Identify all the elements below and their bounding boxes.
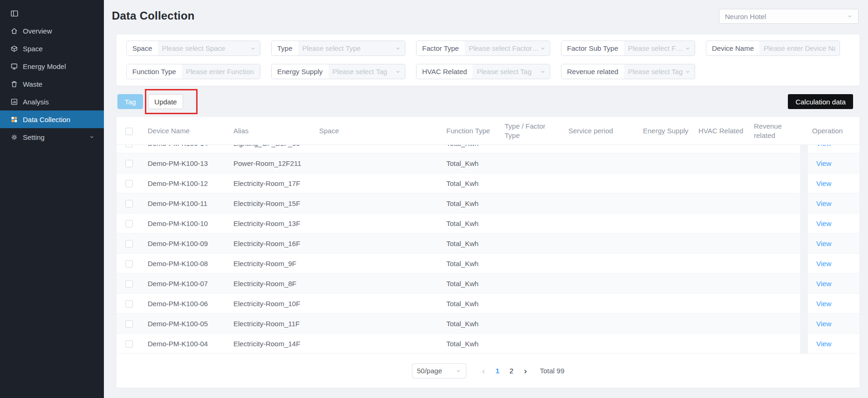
sidebar-menu: Overview Space Energy — [0, 22, 104, 146]
view-link[interactable]: View — [816, 159, 831, 167]
cell-alias: Electricity-Room_11F — [227, 320, 313, 328]
column-header-alias: Alias — [227, 126, 313, 136]
scrollbar-gutter — [800, 193, 808, 213]
row-checkbox[interactable] — [125, 145, 133, 147]
data-collection-icon — [10, 116, 18, 124]
view-link[interactable]: View — [816, 260, 831, 268]
type-select[interactable]: Please select Type — [298, 41, 405, 55]
tag-button[interactable]: Tag — [117, 94, 143, 109]
filter-factor-type: Factor Type Please select Factor… — [416, 41, 550, 56]
filter-type: Type Please select Type — [271, 41, 405, 56]
row-checkbox[interactable] — [125, 320, 133, 328]
page-title: Data Collection — [112, 9, 195, 22]
view-link[interactable]: View — [816, 280, 831, 288]
select-all-checkbox[interactable] — [125, 128, 133, 135]
cell-device-name: Demo-PM-K100-06 — [141, 300, 227, 308]
view-link[interactable]: View — [816, 199, 831, 207]
space-select[interactable]: Please select Space — [158, 41, 260, 55]
function-type-input[interactable] — [186, 68, 256, 75]
view-link[interactable]: View — [816, 240, 831, 247]
view-link[interactable]: View — [816, 145, 831, 147]
table-row: Demo-PM-K100-14 Lighting_GF_B1F_60 Total… — [116, 145, 860, 153]
sidebar-item-waste[interactable]: Waste — [0, 75, 104, 93]
row-checkbox[interactable] — [125, 220, 133, 227]
view-link[interactable]: View — [816, 320, 831, 328]
energy-supply-select[interactable]: Please select Tag — [328, 64, 405, 79]
space-icon — [10, 45, 18, 53]
factor-sub-type-select[interactable]: Please select F… — [624, 41, 695, 55]
cell-device-name: Demo-PM-K100-10 — [141, 220, 227, 227]
revenue-related-select[interactable]: Please select Tag — [624, 64, 695, 79]
filter-factor-sub-type: Factor Sub Type Please select F… — [561, 41, 695, 56]
cell-function-type: Total_Kwh — [440, 159, 498, 167]
analysis-icon — [10, 98, 18, 106]
cell-device-name: Demo-PM-K100-11 — [141, 199, 227, 207]
collapse-menu-icon[interactable] — [10, 9, 104, 18]
scrollbar-gutter — [800, 213, 808, 233]
sidebar-item-energy-model[interactable]: Energy Model — [0, 57, 104, 75]
page-button-2[interactable]: 2 — [505, 364, 519, 378]
row-checkbox[interactable] — [125, 180, 133, 187]
row-checkbox[interactable] — [125, 300, 133, 308]
page-size-select[interactable]: 50/page — [412, 364, 466, 378]
scrollbar-gutter — [800, 254, 808, 273]
main-content: Data Collection Neuron Hotel Space Pleas… — [104, 0, 868, 398]
prev-page-button[interactable]: ‹ — [477, 364, 491, 378]
chevron-down-icon — [456, 368, 461, 374]
view-link[interactable]: View — [816, 179, 831, 187]
row-checkbox[interactable] — [125, 260, 133, 268]
table-header: Device Name Alias Space Function Type Ty… — [116, 117, 860, 145]
filter-label: Function Type — [127, 64, 182, 79]
page-button-1[interactable]: 1 — [491, 364, 505, 378]
sidebar-item-space[interactable]: Space — [0, 40, 104, 57]
filter-label: HVAC Related — [417, 64, 472, 79]
cell-alias: Electricity-Room_13F — [227, 220, 313, 227]
filter-device-name: Device Name — [706, 41, 840, 56]
sidebar-item-data-collection[interactable]: Data Collection — [0, 110, 104, 128]
view-link[interactable]: View — [816, 340, 831, 348]
view-link[interactable]: View — [816, 220, 831, 227]
table-row: Demo-PM-K100-12 Electricity-Room_17F Tot… — [116, 173, 860, 193]
filter-label: Factor Sub Type — [561, 41, 624, 55]
scrollbar-gutter — [800, 334, 808, 353]
cell-device-name: Demo-PM-K100-05 — [141, 320, 227, 328]
sidebar-item-setting[interactable]: Setting — [0, 128, 104, 146]
calculation-data-button[interactable]: Calculation data — [788, 94, 853, 109]
sidebar-item-analysis[interactable]: Analysis — [0, 93, 104, 110]
chevron-down-icon — [685, 46, 690, 51]
waste-icon — [10, 80, 18, 88]
sidebar-item-label: Space — [23, 45, 43, 53]
view-link[interactable]: View — [816, 300, 831, 308]
table-row: Demo-PM-K100-13 Power-Room_12F211 Total_… — [116, 153, 860, 173]
row-checkbox[interactable] — [125, 240, 133, 247]
chevron-down-icon — [847, 14, 853, 19]
table-row: Demo-PM-K100-06 Electricity-Room_10F Tot… — [116, 294, 860, 314]
factor-type-select[interactable]: Please select Factor… — [465, 41, 550, 55]
row-checkbox[interactable] — [125, 340, 133, 348]
update-button[interactable]: Update — [148, 94, 183, 109]
row-checkbox[interactable] — [125, 200, 133, 207]
cell-device-name: Demo-PM-K100-09 — [141, 240, 227, 247]
filter-label: Type — [272, 41, 298, 55]
row-checkbox[interactable] — [125, 160, 133, 167]
sidebar-item-overview[interactable]: Overview — [0, 22, 104, 40]
column-header-service-period: Service period — [562, 126, 636, 136]
row-checkbox[interactable] — [125, 280, 133, 288]
scrollbar-gutter — [800, 294, 808, 313]
scrollbar-gutter — [800, 233, 808, 253]
device-name-input[interactable] — [764, 44, 835, 52]
column-header-hvac-related: HVAC Related — [692, 126, 747, 136]
next-page-button[interactable]: › — [519, 364, 533, 378]
cell-function-type: Total_Kwh — [440, 340, 498, 348]
cell-function-type: Total_Kwh — [440, 199, 498, 207]
cell-device-name: Demo-PM-K100-04 — [141, 340, 227, 348]
cell-device-name: Demo-PM-K100-13 — [141, 159, 227, 167]
table-row: Demo-PM-K100-11 Electricity-Room_15F Tot… — [116, 193, 860, 213]
hotel-selector[interactable]: Neuron Hotel — [719, 9, 859, 24]
chevron-down-icon — [540, 69, 546, 75]
pager: ‹ 1 2 › — [477, 364, 533, 378]
pagination: 50/page ‹ 1 2 › Total 99 — [116, 354, 860, 388]
scrollbar-gutter — [800, 153, 808, 173]
column-header-operation: Operation — [808, 126, 860, 136]
hvac-related-select[interactable]: Please select Tag — [472, 64, 550, 79]
